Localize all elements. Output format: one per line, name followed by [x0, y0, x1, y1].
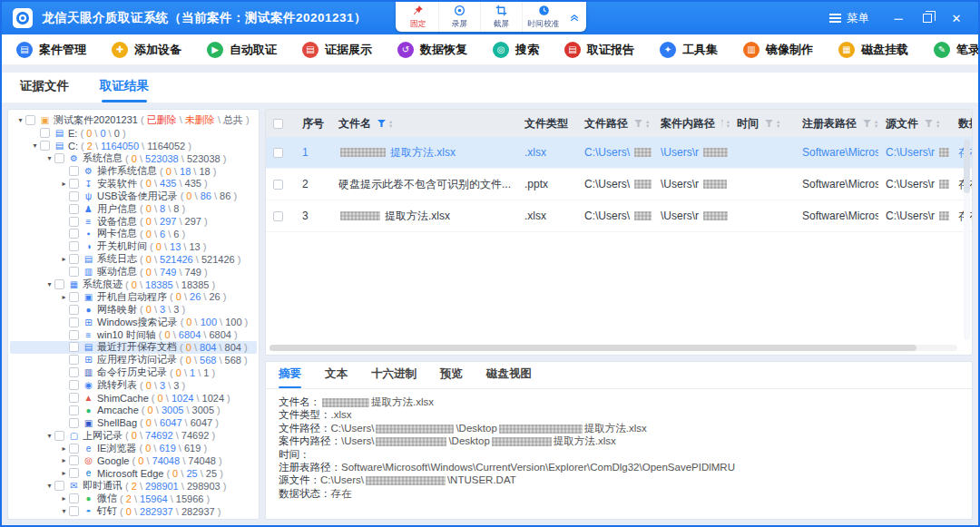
- tree-node[interactable]: ▤最近打开保存文档( 0 \ 804 \ 804 ): [10, 341, 257, 354]
- tree-checkbox[interactable]: [69, 229, 79, 239]
- close-button[interactable]: ✕: [944, 7, 969, 29]
- filter-icon[interactable]: [863, 120, 871, 127]
- tree-checkbox[interactable]: [69, 330, 79, 340]
- toolbar-item-7[interactable]: ✦工具集: [660, 42, 718, 58]
- column-header[interactable]: 文件路径▴▾: [577, 116, 653, 132]
- sort-icon[interactable]: ▴▾: [936, 119, 939, 128]
- detail-tab-0[interactable]: 摘要: [279, 366, 301, 388]
- tree-checkbox[interactable]: [69, 317, 79, 327]
- row-checkbox-cell[interactable]: [266, 148, 295, 158]
- tree-checkbox[interactable]: [69, 342, 79, 352]
- tree-node[interactable]: ▸↧安装软件( 0 \ 435 \ 435 ): [10, 177, 257, 190]
- tree-checkbox[interactable]: [69, 179, 79, 189]
- filter-icon[interactable]: [765, 120, 773, 127]
- tree-node[interactable]: ⚙操作系统信息( 0 \ 18 \ 18 ): [10, 165, 257, 178]
- toolbar-item-0[interactable]: ▤案件管理: [16, 42, 86, 58]
- chevron-down-icon[interactable]: ▾: [44, 432, 54, 440]
- filter-icon[interactable]: [925, 120, 933, 127]
- toolbar-item-9[interactable]: ▦磁盘挂载: [838, 42, 908, 58]
- tree-checkbox[interactable]: [69, 191, 79, 201]
- detail-tab-4[interactable]: 磁盘视图: [486, 366, 532, 388]
- table-row[interactable]: 3提取方法.xlsx.xlsxC:\Users\\Users\rSoftware…: [266, 200, 972, 232]
- tree-node[interactable]: ≡win10 时间轴( 0 \ 6804 \ 6804 ): [10, 328, 257, 341]
- column-header[interactable]: 文件名▴▾: [331, 116, 517, 132]
- toolbar-item-8[interactable]: ▥镜像制作: [743, 42, 813, 58]
- tree-checkbox[interactable]: [69, 405, 79, 415]
- minimize-button[interactable]: ─: [886, 7, 911, 29]
- tree-checkbox[interactable]: [69, 254, 79, 264]
- tree-node[interactable]: ●网络映射( 0 \ 3 \ 3 ): [10, 303, 257, 316]
- row-checkbox[interactable]: [273, 148, 283, 158]
- tree-node[interactable]: ▸eMicrosoft Edge( 0 \ 25 \ 25 ): [10, 467, 257, 480]
- sort-icon[interactable]: ▴▾: [389, 119, 392, 128]
- tree-checkbox[interactable]: [69, 241, 79, 251]
- tree-node[interactable]: ▪网卡信息( 0 \ 6 \ 6 ): [10, 228, 257, 240]
- chevron-down-icon[interactable]: ▾: [44, 154, 54, 162]
- tree-node[interactable]: ▸●微信( 2 \ 15964 \ 15966 ): [10, 493, 257, 505]
- tree-checkbox[interactable]: [54, 431, 64, 441]
- chevron-down-icon[interactable]: ▾: [15, 116, 25, 124]
- chevron-right-icon[interactable]: ▸: [59, 293, 69, 301]
- tree-node[interactable]: ▾▣测试案件20201231( 已删除 \ 未删除 \ 总共 ): [10, 114, 257, 127]
- toolbar-item-2[interactable]: ▶自动取证: [207, 42, 277, 58]
- tree-node[interactable]: ◑开关机时间( 0 \ 13 \ 13 ): [10, 240, 257, 253]
- tree-node[interactable]: ⊞应用程序访问记录( 0 \ 568 \ 568 ): [10, 354, 257, 366]
- restore-button[interactable]: [915, 7, 940, 29]
- column-header[interactable]: 数据状态▴▾: [951, 116, 973, 132]
- chevron-right-icon[interactable]: ▸: [59, 444, 69, 453]
- tree-checkbox[interactable]: [69, 455, 79, 465]
- record-button[interactable]: 录屏: [439, 2, 481, 32]
- column-header[interactable]: 文件类型▴▾: [517, 116, 577, 132]
- tree-node[interactable]: ▸▣开机自启动程序( 0 \ 26 \ 26 ): [10, 290, 257, 303]
- tree-node[interactable]: ▸eIE浏览器( 0 \ 619 \ 619 ): [10, 442, 257, 454]
- tree-node[interactable]: ▾▦系统痕迹( 0 \ 18385 \ 18385 ): [10, 278, 257, 291]
- tree-node[interactable]: ▸▤系统日志( 0 \ 521426 \ 521426 ): [10, 253, 257, 266]
- column-header[interactable]: 源文件▴▾: [878, 116, 951, 132]
- tree-node[interactable]: ≡设备信息( 0 \ 297 \ 297 ): [10, 215, 257, 228]
- tree-node[interactable]: ⊞Windows搜索记录( 0 \ 100 \ 100 ): [10, 316, 257, 328]
- tree-checkbox[interactable]: [69, 355, 79, 365]
- tree-checkbox[interactable]: [69, 493, 79, 503]
- collapse-quickbar-button[interactable]: [564, 2, 584, 32]
- tree-checkbox[interactable]: [54, 279, 64, 289]
- filter-icon[interactable]: [377, 120, 386, 127]
- chevron-down-icon[interactable]: ▾: [44, 482, 54, 490]
- toolbar-item-3[interactable]: ▤证据展示: [302, 42, 372, 58]
- tree-checkbox[interactable]: [69, 204, 79, 214]
- tree-node[interactable]: ♟用户信息( 0 \ 8 \ 8 ): [10, 202, 257, 215]
- tree-checkbox[interactable]: [69, 217, 79, 227]
- tree-node[interactable]: ▾▢上网记录( 0 \ 74692 \ 74692 ): [10, 429, 257, 442]
- tree-checkbox[interactable]: [69, 367, 79, 377]
- tree-checkbox[interactable]: [69, 393, 79, 403]
- column-header[interactable]: 注册表路径▴▾: [795, 116, 878, 132]
- toolbar-item-4[interactable]: ↺数据恢复: [397, 42, 467, 58]
- tree-node[interactable]: ▤E:( 0 \ 0 \ 0 ): [10, 127, 257, 140]
- column-header[interactable]: 案件内路径▴▾: [653, 116, 730, 132]
- header-checkbox-cell[interactable]: [266, 119, 295, 129]
- tree-node[interactable]: ▸◎Google( 0 \ 74048 \ 74048 ): [10, 454, 257, 467]
- tree-node[interactable]: ▥命令行历史记录( 0 \ 1 \ 1 ): [10, 366, 257, 379]
- filter-icon[interactable]: [634, 120, 642, 127]
- tree-node[interactable]: ψUSB设备使用记录( 0 \ 86 \ 86 ): [10, 190, 257, 202]
- row-checkbox-cell[interactable]: [266, 180, 295, 190]
- table-row[interactable]: 2硬盘提示此卷不包含可识别的文件....pptxC:\Users\\Users\…: [266, 169, 972, 200]
- chevron-right-icon[interactable]: ▸: [59, 255, 69, 263]
- tree-node[interactable]: ●Amcache( 0 \ 3005 \ 3005 ): [10, 404, 257, 416]
- column-header[interactable]: 时间▴▾: [730, 116, 795, 132]
- toolbar-item-6[interactable]: ▤取证报告: [564, 42, 634, 58]
- select-all-checkbox[interactable]: [273, 119, 283, 129]
- detail-tab-1[interactable]: 文本: [325, 366, 348, 388]
- horizontal-scrollbar-thumb[interactable]: [270, 345, 916, 351]
- tree-node[interactable]: ▾⚙系统信息( 0 \ 523038 \ 523038 ): [10, 152, 257, 165]
- toolbar-item-1[interactable]: ✚添加设备: [112, 42, 181, 58]
- tree-node[interactable]: ▥驱动信息( 0 \ 749 \ 749 ): [10, 266, 257, 278]
- tree-checkbox[interactable]: [69, 444, 79, 454]
- tree-node[interactable]: ◉跳转列表( 0 \ 3 \ 3 ): [10, 379, 257, 392]
- filter-icon[interactable]: [721, 120, 723, 127]
- tree-node[interactable]: ▾◓钉钉( 0 \ 282937 \ 282937 ): [10, 505, 257, 518]
- tree-checkbox[interactable]: [69, 267, 79, 277]
- tree-checkbox[interactable]: [69, 166, 79, 176]
- detail-tab-3[interactable]: 预览: [440, 366, 463, 388]
- tree-node[interactable]: ▲ShimCache( 0 \ 1024 \ 1024 ): [10, 392, 257, 405]
- vertical-scrollbar-thumb[interactable]: [964, 139, 970, 193]
